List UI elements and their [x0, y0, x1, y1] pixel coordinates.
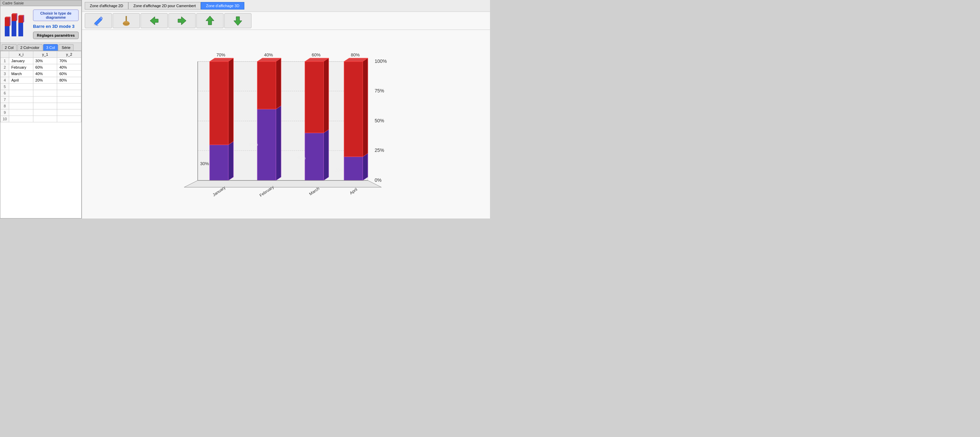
tab-2col-color[interactable]: 2 Col+color: [18, 44, 43, 51]
arrow-down-button[interactable]: [224, 13, 251, 28]
xi-cell[interactable]: [9, 90, 33, 97]
table-row: 1January30%70%: [1, 58, 81, 64]
table-row: 7: [1, 97, 81, 103]
table-row: 5: [1, 84, 81, 90]
arrow-left-button[interactable]: [140, 13, 168, 28]
xi-cell[interactable]: [9, 103, 33, 109]
svg-rect-40: [257, 109, 276, 180]
broom-icon: [121, 15, 132, 26]
pencil-icon: [93, 15, 104, 26]
svg-point-13: [123, 21, 130, 26]
y2-cell[interactable]: 70%: [57, 58, 81, 64]
chart-mode-label: Barre en 3D mode 3: [33, 23, 79, 30]
tab-serie[interactable]: Série: [59, 44, 73, 51]
mini-chart-preview: [3, 11, 30, 38]
svg-marker-33: [228, 141, 234, 180]
left-arrow-icon: [148, 14, 160, 27]
col-header-y1: y_1: [33, 51, 57, 58]
y2-cell[interactable]: [57, 116, 81, 122]
zone-3d-button[interactable]: Zone d'affichage 3D: [201, 2, 244, 10]
svg-rect-9: [18, 16, 23, 23]
arrow-right-button[interactable]: [169, 13, 196, 28]
tab-2col[interactable]: 2 Col: [2, 44, 17, 51]
y1-cell[interactable]: [33, 109, 57, 116]
svg-marker-7: [16, 13, 18, 21]
y2-cell[interactable]: 80%: [57, 77, 81, 84]
row-number: 4: [1, 77, 9, 84]
xi-cell[interactable]: February: [9, 64, 33, 71]
y1-cell[interactable]: 40%: [33, 71, 57, 77]
svg-rect-34: [210, 62, 228, 145]
xi-cell[interactable]: April: [9, 77, 33, 84]
svg-text:75%: 75%: [375, 88, 384, 93]
y2-cell[interactable]: [57, 103, 81, 109]
chart-preview-area: Choisir le type de diagramme Barre en 3D…: [0, 6, 81, 43]
xi-cell[interactable]: January: [9, 58, 33, 64]
svg-text:80%: 80%: [350, 52, 360, 57]
y1-cell[interactable]: 20%: [33, 77, 57, 84]
choose-chart-type-button[interactable]: Choisir le type de diagramme: [33, 10, 79, 21]
svg-marker-63: [363, 58, 368, 157]
svg-text:60%: 60%: [311, 52, 320, 57]
svg-marker-45: [276, 58, 281, 109]
svg-text:20%: 20%: [334, 168, 343, 173]
y2-cell[interactable]: [57, 97, 81, 103]
xi-cell[interactable]: [9, 97, 33, 103]
col-header-y2: y_2: [57, 51, 81, 58]
row-number: 8: [1, 103, 9, 109]
xi-cell[interactable]: [9, 116, 33, 122]
broom-button[interactable]: [113, 13, 140, 28]
chart-buttons: Choisir le type de diagramme Barre en 3D…: [33, 10, 79, 39]
col-header-num: [1, 51, 9, 58]
pencil-button[interactable]: [85, 13, 112, 28]
svg-text:100%: 100%: [375, 59, 387, 64]
y1-cell[interactable]: [33, 97, 57, 103]
y2-cell[interactable]: 40%: [57, 64, 81, 71]
svg-marker-16: [206, 16, 214, 25]
chart-area: 100% 75% 50% 25% 0%: [82, 30, 490, 218]
svg-rect-8: [18, 23, 23, 36]
svg-text:40%: 40%: [296, 155, 305, 160]
svg-marker-15: [178, 17, 186, 25]
svg-marker-10: [18, 15, 24, 16]
svg-marker-11: [23, 15, 24, 23]
y2-cell[interactable]: [57, 90, 81, 97]
right-arrow-icon: [176, 14, 188, 27]
svg-rect-5: [11, 14, 16, 21]
svg-rect-43: [257, 62, 276, 109]
svg-rect-1: [5, 18, 10, 26]
xi-cell[interactable]: March: [9, 71, 33, 77]
data-table-wrapper: x_i y_1 y_2 1January30%70%2February60%40…: [0, 51, 81, 218]
xi-cell[interactable]: [9, 109, 33, 116]
table-row: 4April20%80%: [1, 77, 81, 84]
tab-row: 2 Col 2 Col+color 3 Col Série: [0, 43, 81, 51]
zone-2d-button[interactable]: Zone d'affichage 2D: [85, 2, 128, 10]
y1-cell[interactable]: [33, 84, 57, 90]
svg-marker-42: [276, 106, 281, 180]
y1-cell[interactable]: 30%: [33, 58, 57, 64]
y1-cell[interactable]: 60%: [33, 64, 57, 71]
y2-cell[interactable]: [57, 109, 81, 116]
up-arrow-icon: [204, 14, 216, 27]
row-number: 6: [1, 90, 9, 97]
svg-rect-0: [5, 26, 10, 36]
xi-cell[interactable]: [9, 84, 33, 90]
svg-rect-49: [305, 133, 324, 180]
svg-marker-54: [324, 58, 329, 133]
svg-marker-14: [150, 17, 158, 25]
left-panel: Cadre Saisie Choisir le type de diagramm…: [0, 0, 82, 218]
down-arrow-icon: [232, 14, 244, 27]
y1-cell[interactable]: [33, 116, 57, 122]
tab-3col[interactable]: 3 Col: [43, 44, 58, 51]
y2-cell[interactable]: 60%: [57, 71, 81, 77]
bar-chart-svg: 100% 75% 50% 25% 0%: [170, 51, 402, 198]
arrow-up-button[interactable]: [196, 13, 224, 28]
settings-button[interactable]: Réglages paramètres: [33, 32, 79, 39]
svg-text:30%: 30%: [200, 161, 208, 166]
zone-2d-camembert-button[interactable]: Zone d'affichage 2D pour Camembert: [128, 2, 201, 10]
y2-cell[interactable]: [57, 84, 81, 90]
svg-marker-19: [184, 180, 382, 187]
y1-cell[interactable]: [33, 90, 57, 97]
svg-marker-17: [234, 17, 242, 25]
y1-cell[interactable]: [33, 103, 57, 109]
